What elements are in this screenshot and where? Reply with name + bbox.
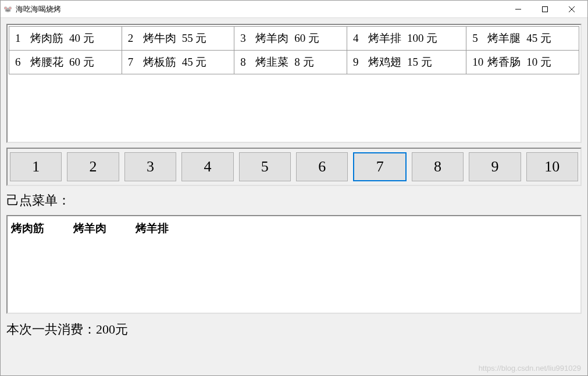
menu-cell-name: 烤腰花 <box>30 55 63 70</box>
number-button-1[interactable]: 1 <box>10 152 62 181</box>
menu-cell-price: 15 <box>407 56 418 69</box>
window-title: 海吃海喝烧烤 <box>16 4 505 15</box>
menu-cell-price: 100 <box>407 32 424 45</box>
ordered-item: 烤羊排 <box>136 221 169 236</box>
app-window: 🐭 海吃海喝烧烤 1烤肉筋40 元 2烤牛肉55 元 3烤羊肉60 元 4烤羊排… <box>0 0 588 376</box>
menu-cell[interactable]: 5烤羊腿45 元 <box>466 27 579 51</box>
ordered-list-label: 己点菜单： <box>6 191 582 210</box>
number-button-4[interactable]: 4 <box>181 152 233 181</box>
ordered-list-panel: 烤肉筋 烤羊肉 烤羊排 <box>6 215 582 314</box>
ordered-item: 烤羊肉 <box>73 221 106 236</box>
menu-cell-unit: 元 <box>83 56 94 68</box>
close-button[interactable] <box>558 1 585 18</box>
svg-rect-1 <box>543 6 548 12</box>
number-button-9[interactable]: 9 <box>469 152 521 181</box>
menu-cell-unit: 元 <box>83 32 94 44</box>
maximize-button[interactable] <box>532 1 558 18</box>
minimize-icon <box>515 6 521 12</box>
menu-cell[interactable]: 9烤鸡翅15 元 <box>347 51 466 74</box>
total-label: 本次一共消费：200元 <box>6 318 582 341</box>
menu-cell-price: 45 <box>182 56 193 69</box>
number-button-6[interactable]: 6 <box>296 152 348 181</box>
menu-cell[interactable]: 2烤牛肉55 元 <box>122 27 234 51</box>
menu-cell-name: 烤羊腿 <box>487 31 521 46</box>
number-button-panel: 1 2 3 4 5 6 7 8 9 10 <box>6 148 582 186</box>
menu-cell-index: 8 <box>240 56 252 69</box>
menu-cell-name: 烤香肠 <box>487 55 521 70</box>
menu-row: 1烤肉筋40 元 2烤牛肉55 元 3烤羊肉60 元 4烤羊排100 元 5烤羊… <box>9 27 579 51</box>
menu-cell-name: 烤韭菜 <box>255 55 288 70</box>
menu-cell-price: 55 <box>182 32 193 45</box>
menu-row: 6烤腰花60 元 7烤板筋45 元 8烤韭菜8 元 9烤鸡翅15 元 10烤香肠… <box>9 51 579 74</box>
number-button-3[interactable]: 3 <box>124 152 176 181</box>
menu-cell-index: 9 <box>353 56 365 69</box>
menu-cell-index: 4 <box>353 32 365 45</box>
menu-cell-name: 烤羊排 <box>368 31 401 46</box>
menu-cell-index: 10 <box>472 56 484 69</box>
menu-cell-unit: 元 <box>540 32 551 44</box>
menu-cell-unit: 元 <box>308 32 319 44</box>
ordered-item: 烤肉筋 <box>11 221 44 236</box>
number-button-7[interactable]: 7 <box>353 152 406 181</box>
menu-panel: 1烤肉筋40 元 2烤牛肉55 元 3烤羊肉60 元 4烤羊排100 元 5烤羊… <box>6 24 582 143</box>
menu-cell-unit: 元 <box>195 32 206 44</box>
number-button-5[interactable]: 5 <box>239 152 291 181</box>
menu-cell-name: 烤牛肉 <box>143 31 176 46</box>
menu-cell-index: 1 <box>15 32 27 45</box>
menu-cell-name: 烤板筋 <box>143 55 176 70</box>
menu-cell-unit: 元 <box>426 32 437 44</box>
menu-cell-index: 5 <box>472 32 484 45</box>
window-controls <box>505 1 585 18</box>
menu-cell[interactable]: 1烤肉筋40 元 <box>9 27 122 51</box>
number-button-8[interactable]: 8 <box>412 152 464 181</box>
menu-cell-name: 烤羊肉 <box>255 31 288 46</box>
app-icon: 🐭 <box>3 5 12 14</box>
menu-cell-price: 10 <box>526 56 537 69</box>
menu-cell[interactable]: 7烤板筋45 元 <box>122 51 234 74</box>
menu-cell[interactable]: 4烤羊排100 元 <box>347 27 466 51</box>
menu-cell-unit: 元 <box>540 56 551 68</box>
menu-cell-unit: 元 <box>421 56 432 68</box>
menu-cell-unit: 元 <box>195 56 206 68</box>
number-button-10[interactable]: 10 <box>526 152 578 181</box>
menu-cell-index: 7 <box>128 56 140 69</box>
menu-cell-index: 2 <box>128 32 140 45</box>
menu-cell[interactable]: 8烤韭菜8 元 <box>234 51 347 74</box>
maximize-icon <box>542 6 548 12</box>
titlebar: 🐭 海吃海喝烧烤 <box>1 1 587 18</box>
menu-cell-index: 3 <box>240 32 252 45</box>
number-button-2[interactable]: 2 <box>67 152 119 181</box>
menu-cell-price: 60 <box>69 56 80 69</box>
menu-cell-price: 60 <box>294 32 305 45</box>
menu-cell-price: 45 <box>526 32 537 45</box>
menu-cell[interactable]: 6烤腰花60 元 <box>9 51 122 74</box>
close-icon <box>569 6 575 12</box>
menu-cell-name: 烤肉筋 <box>30 31 63 46</box>
menu-cell-index: 6 <box>15 56 27 69</box>
content-area: 1烤肉筋40 元 2烤牛肉55 元 3烤羊肉60 元 4烤羊排100 元 5烤羊… <box>1 18 587 375</box>
menu-cell-unit: 元 <box>303 56 314 68</box>
minimize-button[interactable] <box>505 1 532 18</box>
menu-cell[interactable]: 10烤香肠10 元 <box>466 51 579 74</box>
menu-cell-price: 8 <box>294 56 300 69</box>
menu-table: 1烤肉筋40 元 2烤牛肉55 元 3烤羊肉60 元 4烤羊排100 元 5烤羊… <box>9 26 579 74</box>
menu-cell-price: 40 <box>69 32 80 45</box>
ordered-items: 烤肉筋 烤羊肉 烤羊排 <box>11 221 577 236</box>
menu-cell-name: 烤鸡翅 <box>368 55 401 70</box>
menu-cell[interactable]: 3烤羊肉60 元 <box>234 27 347 51</box>
